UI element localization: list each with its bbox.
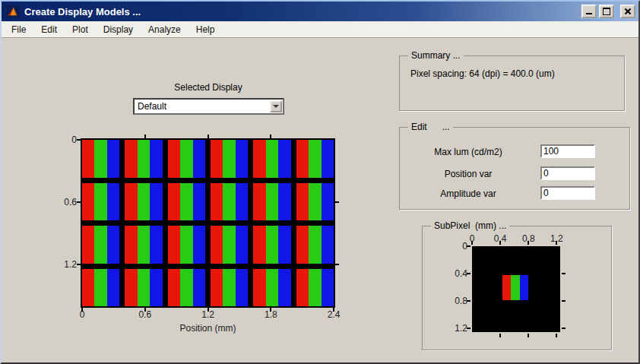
y-tick-label: 0.8 bbox=[446, 296, 467, 306]
blue-subpixel bbox=[193, 183, 205, 221]
pixel-cell bbox=[82, 183, 119, 221]
pixel-cell bbox=[211, 269, 248, 307]
blue-subpixel bbox=[193, 226, 205, 264]
green-subpixel bbox=[266, 226, 278, 264]
red-subpixel bbox=[168, 269, 180, 307]
pixel-cell bbox=[125, 269, 162, 307]
tick-mark bbox=[77, 201, 81, 203]
blue-subpixel bbox=[150, 140, 162, 178]
blue-subpixel bbox=[193, 140, 205, 178]
y-tick-label: 1.2 bbox=[446, 323, 467, 334]
green-subpixel bbox=[309, 269, 321, 307]
tick-mark bbox=[77, 264, 81, 265]
pixel-cell bbox=[125, 140, 162, 178]
blue-subpixel bbox=[150, 226, 162, 264]
tick-mark bbox=[144, 308, 146, 312]
green-subpixel bbox=[138, 183, 150, 221]
tick-mark bbox=[562, 273, 566, 274]
menu-item-help[interactable]: Help bbox=[189, 22, 223, 37]
red-subpixel bbox=[82, 226, 94, 264]
green-subpixel bbox=[94, 140, 106, 178]
minimize-button[interactable] bbox=[581, 5, 597, 18]
display-select-value: Default bbox=[138, 101, 166, 112]
minimize-icon bbox=[586, 13, 592, 14]
red-subpixel bbox=[296, 269, 309, 307]
red-subpixel bbox=[125, 140, 137, 178]
menu-item-file[interactable]: File bbox=[4, 22, 33, 37]
max-lum-input[interactable] bbox=[540, 144, 595, 158]
close-icon bbox=[624, 8, 632, 15]
position-var-input[interactable] bbox=[540, 166, 595, 180]
red-subpixel bbox=[253, 269, 265, 307]
tick-mark bbox=[528, 241, 529, 245]
blue-subpixel bbox=[107, 226, 119, 264]
tick-mark bbox=[208, 308, 209, 312]
blue-subpixel bbox=[236, 269, 248, 307]
green-subpixel bbox=[223, 140, 235, 178]
pixel-cell bbox=[211, 183, 248, 221]
subpixel-panel: SubPixel (mm) ... 00.40.81.200.40.81.2 bbox=[422, 226, 612, 350]
amplitude-var-input[interactable] bbox=[540, 186, 595, 200]
maximize-icon bbox=[603, 8, 610, 15]
tick-mark bbox=[467, 245, 470, 247]
blue-subpixel bbox=[520, 275, 528, 300]
summary-panel: Summary ... Pixel spacing: 64 (dpi) = 40… bbox=[399, 55, 625, 111]
pixel-cell bbox=[82, 269, 119, 307]
blue-subpixel bbox=[107, 269, 119, 307]
tick-mark bbox=[499, 241, 501, 245]
blue-subpixel bbox=[278, 183, 290, 221]
menu-item-plot[interactable]: Plot bbox=[65, 22, 96, 37]
red-subpixel bbox=[296, 183, 309, 221]
display-plot: Position (mm) 00.61.21.82.400.61.2 bbox=[81, 138, 335, 308]
tick-mark bbox=[270, 308, 271, 312]
y-tick-label: 0 bbox=[446, 241, 467, 252]
green-subpixel bbox=[94, 183, 106, 221]
menu-item-edit[interactable]: Edit bbox=[33, 22, 65, 37]
pixel-cell bbox=[168, 269, 205, 307]
pixel-spacing-text: Pixel spacing: 64 (dpi) = 400.0 (um) bbox=[410, 68, 555, 79]
close-button[interactable] bbox=[620, 5, 635, 18]
red-subpixel bbox=[211, 140, 223, 178]
red-subpixel bbox=[168, 140, 180, 178]
y-tick-label: 0 bbox=[54, 135, 77, 145]
green-subpixel bbox=[266, 269, 278, 307]
blue-subpixel bbox=[278, 226, 290, 264]
y-tick-label: 1.2 bbox=[54, 259, 77, 270]
red-subpixel bbox=[82, 183, 94, 221]
combo-dropdown-button[interactable] bbox=[270, 100, 282, 112]
pixel-cell bbox=[125, 183, 162, 221]
red-subpixel bbox=[211, 183, 223, 221]
pixel-cell bbox=[82, 226, 119, 264]
red-subpixel bbox=[253, 183, 265, 221]
tick-mark bbox=[556, 334, 557, 337]
subpixel-plot: 00.40.81.200.40.81.2 bbox=[472, 246, 560, 332]
blue-subpixel bbox=[236, 226, 248, 264]
tick-mark bbox=[562, 328, 566, 329]
tick-mark bbox=[499, 334, 501, 337]
subpixel-rgb-square bbox=[502, 275, 528, 300]
maximize-button[interactable] bbox=[599, 5, 614, 18]
tick-mark bbox=[208, 135, 209, 138]
green-subpixel bbox=[266, 140, 278, 178]
menu-item-display[interactable]: Display bbox=[96, 22, 141, 37]
tick-mark bbox=[528, 334, 529, 337]
tick-mark bbox=[471, 241, 473, 245]
red-subpixel bbox=[253, 140, 265, 178]
red-subpixel bbox=[125, 269, 137, 307]
matlab-icon bbox=[6, 5, 19, 18]
menu-item-analyze[interactable]: Analyze bbox=[141, 22, 189, 37]
pixel-cell bbox=[253, 269, 290, 307]
pixel-cell bbox=[168, 183, 205, 221]
red-subpixel bbox=[296, 140, 309, 178]
amplitude-var-label: Amplitude var bbox=[407, 188, 529, 199]
subpixel-panel-title: SubPixel (mm) ... bbox=[431, 220, 509, 231]
display-select[interactable]: Default bbox=[133, 98, 284, 115]
tick-mark bbox=[467, 328, 470, 329]
tick-mark bbox=[81, 308, 83, 312]
title-bar[interactable]: Create Display Models ... bbox=[2, 2, 638, 21]
edit-panel-title: Edit ... bbox=[408, 122, 453, 132]
blue-subpixel bbox=[193, 269, 205, 307]
green-subpixel bbox=[94, 269, 106, 307]
red-subpixel bbox=[168, 183, 180, 221]
red-subpixel bbox=[253, 226, 265, 264]
